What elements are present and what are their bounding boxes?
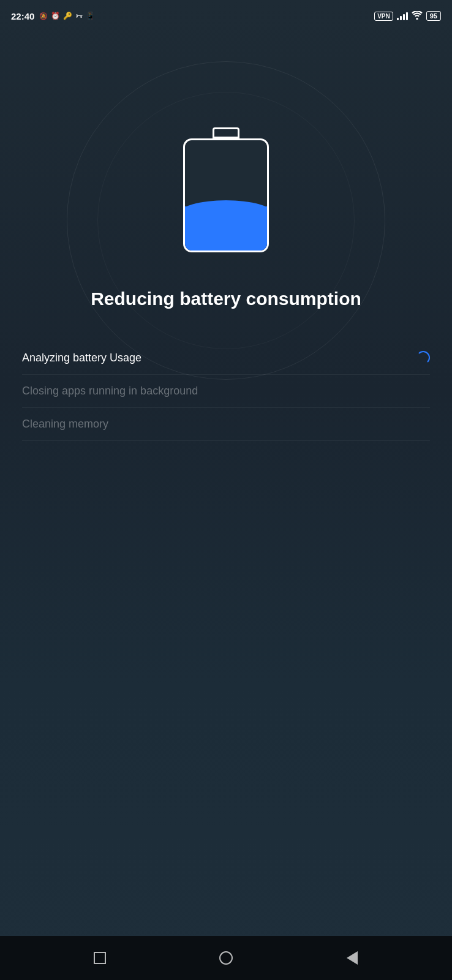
home-icon [219,951,233,965]
signal-bars [397,12,408,20]
battery-status-bar: 95 [426,11,441,21]
title-section: Reducing battery consumption [66,287,386,311]
tasks-section: Analyzing battery Usage Closing apps run… [0,341,452,441]
status-bar: 22:40 🔕 ⏰ 🔑 🗝 📱 VPN 95 [0,0,452,29]
main-title: Reducing battery consumption [91,287,361,311]
nav-bar [0,936,452,980]
phone-icon: 📱 [86,12,95,20]
signal-bar-3 [403,14,405,20]
spinner-icon [416,351,430,364]
status-right: VPN 95 [374,11,441,21]
mute-icon: 🔕 [39,12,48,20]
back-button[interactable] [337,943,367,973]
signal-bar-2 [400,16,402,20]
battery-icon [183,127,269,250]
signal-bar-1 [397,18,399,20]
back-icon [347,951,358,965]
status-left: 22:40 🔕 ⏰ 🔑 🗝 📱 [11,11,95,21]
home-button[interactable] [211,943,241,973]
task-item-analyze: Analyzing battery Usage [22,341,430,375]
battery-terminal [213,127,239,138]
battery-animation [183,127,269,250]
task-item-clean: Cleaning memory [22,408,430,441]
status-time: 22:40 [11,11,34,21]
battery-fill [185,206,267,251]
vpn-badge: VPN [374,12,393,21]
task-label-analyze: Analyzing battery Usage [22,352,141,364]
wifi-icon [412,11,423,21]
task-label-close: Closing apps running in background [22,385,198,398]
battery-body [183,138,269,252]
key2-icon: 🗝 [75,12,83,20]
key1-icon: 🔑 [63,12,72,20]
alarm-icon: ⏰ [51,12,60,20]
battery-wave [183,200,269,214]
recent-apps-icon [94,952,106,964]
recent-apps-button[interactable] [85,943,115,973]
signal-bar-4 [406,12,408,20]
task-label-clean: Cleaning memory [22,418,108,431]
status-icons: 🔕 ⏰ 🔑 🗝 📱 [39,12,95,20]
task-item-close: Closing apps running in background [22,375,430,408]
